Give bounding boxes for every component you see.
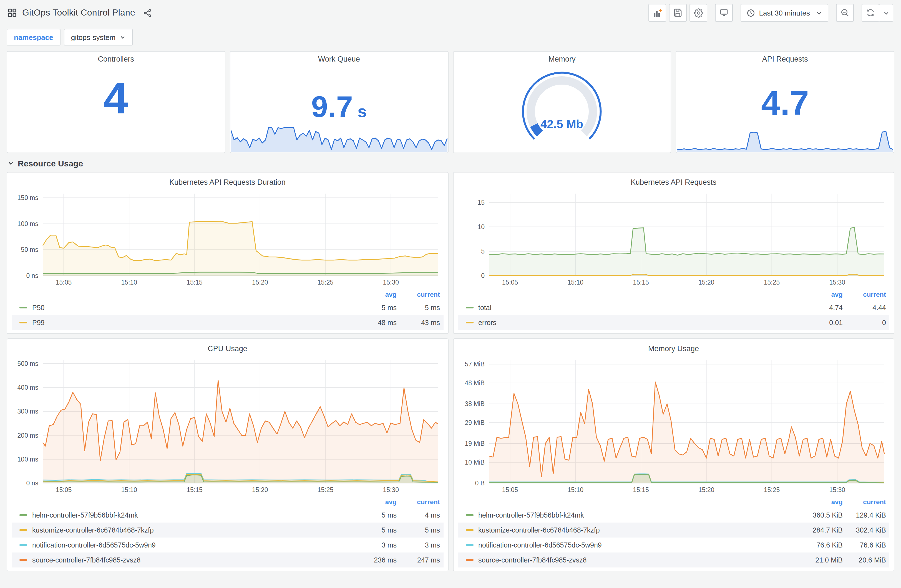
- legend: avgcurrenthelm-controller-57f9b56bbf-k24…: [458, 496, 889, 568]
- svg-text:0: 0: [481, 272, 484, 279]
- legend-sort-current[interactable]: current: [843, 291, 886, 299]
- series-color-marker[interactable]: [466, 322, 473, 324]
- series-label[interactable]: kustomize-controller-6c6784b468-7kzfp: [478, 526, 793, 534]
- legend-row: source-controller-7fb84fc985-zvsz821.0 M…: [458, 552, 889, 568]
- timeseries-plot[interactable]: 0 ns100 ms200 ms300 ms400 ms500 ms15:051…: [12, 356, 443, 495]
- timeseries-plot[interactable]: 0 ns50 ms100 ms150 ms15:0515:1015:1515:2…: [12, 189, 443, 288]
- panel-memory-usage: Memory Usage 0 B10 MiB19 MiB29 MiB38 MiB…: [453, 338, 894, 571]
- panel-api-requests: API Requests 4.7: [676, 51, 895, 153]
- panel-title[interactable]: CPU Usage: [12, 341, 443, 356]
- dashboard-settings-button[interactable]: [689, 4, 707, 22]
- svg-text:15:15: 15:15: [633, 486, 649, 493]
- series-color-marker[interactable]: [466, 514, 473, 516]
- timeseries-plot[interactable]: 0 B10 MiB19 MiB29 MiB38 MiB48 MiB57 MiB1…: [458, 356, 889, 495]
- svg-text:15:25: 15:25: [318, 486, 334, 493]
- panel-k8s-api-requests: Kubernetes API Requests 05101515:0515:10…: [453, 172, 894, 334]
- legend-row: helm-controller-57f9b56bbf-k24mk5 ms4 ms: [12, 507, 443, 523]
- series-avg-value: 3 ms: [347, 541, 397, 549]
- svg-text:15:10: 15:10: [121, 486, 137, 493]
- legend-sort-current[interactable]: current: [843, 498, 886, 506]
- svg-text:200 ms: 200 ms: [17, 432, 38, 439]
- panel-title[interactable]: Kubernetes API Requests Duration: [12, 175, 443, 189]
- series-label[interactable]: notification-controller-6d56575dc-5w9n9: [478, 541, 793, 549]
- series-label[interactable]: P50: [32, 304, 347, 311]
- svg-text:15:05: 15:05: [56, 279, 72, 286]
- series-color-marker[interactable]: [19, 514, 27, 516]
- series-current-value: 3 ms: [397, 541, 440, 549]
- svg-text:15:20: 15:20: [252, 279, 268, 286]
- svg-text:15:10: 15:10: [567, 486, 583, 493]
- series-label[interactable]: total: [478, 304, 793, 311]
- svg-text:15:05: 15:05: [502, 486, 518, 493]
- svg-text:15:25: 15:25: [764, 279, 780, 286]
- legend-row: kustomize-controller-6c6784b468-7kzfp284…: [458, 523, 889, 538]
- svg-text:150 ms: 150 ms: [17, 194, 38, 201]
- legend-row: notification-controller-6d56575dc-5w9n97…: [458, 538, 889, 552]
- svg-text:10 MiB: 10 MiB: [465, 459, 484, 466]
- save-dashboard-button[interactable]: [669, 4, 687, 22]
- api-requests-sparkline[interactable]: [677, 113, 893, 152]
- series-label[interactable]: notification-controller-6d56575dc-5w9n9: [32, 541, 347, 549]
- legend-sort-avg[interactable]: avg: [793, 498, 843, 506]
- legend-sort-current[interactable]: current: [397, 498, 440, 506]
- legend-header: avgcurrent: [458, 496, 889, 507]
- series-label[interactable]: helm-controller-57f9b56bbf-k24mk: [32, 511, 347, 519]
- svg-text:15:15: 15:15: [633, 279, 649, 286]
- series-avg-value: 76.6 KiB: [793, 541, 843, 549]
- legend-sort-current[interactable]: current: [397, 291, 440, 299]
- panel-cpu-usage: CPU Usage 0 ns100 ms200 ms300 ms400 ms50…: [7, 338, 448, 571]
- series-label[interactable]: source-controller-7fb84fc985-zvsz8: [32, 556, 347, 564]
- series-color-marker[interactable]: [466, 307, 473, 308]
- panel-title[interactable]: Controllers: [7, 51, 225, 66]
- series-color-marker[interactable]: [19, 322, 27, 324]
- series-color-marker[interactable]: [19, 307, 27, 308]
- series-current-value: 76.6 KiB: [843, 541, 886, 549]
- zoom-out-button[interactable]: [836, 4, 854, 22]
- panel-title[interactable]: Memory Usage: [458, 341, 889, 356]
- time-range-picker[interactable]: Last 30 minutes: [740, 4, 828, 22]
- timeseries-plot[interactable]: 05101515:0515:1015:1515:2015:2515:30: [458, 189, 889, 288]
- refresh-interval-dropdown[interactable]: [879, 4, 893, 22]
- svg-text:15:10: 15:10: [121, 279, 137, 286]
- row-toggle-resource-usage[interactable]: Resource Usage: [7, 154, 894, 172]
- refresh-button[interactable]: [862, 4, 879, 22]
- panel-title[interactable]: Memory: [453, 51, 671, 66]
- cycle-view-button[interactable]: [715, 4, 733, 22]
- panel-title[interactable]: API Requests: [677, 51, 894, 66]
- memory-gauge[interactable]: 42.5 Mb: [453, 67, 671, 145]
- svg-text:15:30: 15:30: [829, 279, 845, 286]
- legend-header: avgcurrent: [12, 289, 443, 300]
- svg-text:50 ms: 50 ms: [21, 246, 38, 253]
- legend-sort-avg[interactable]: avg: [793, 291, 843, 299]
- svg-text:15:30: 15:30: [383, 486, 399, 493]
- series-color-marker[interactable]: [466, 559, 473, 561]
- variable-namespace-select[interactable]: gitops-system: [64, 29, 132, 45]
- panel-title[interactable]: Work Queue: [231, 51, 448, 66]
- series-color-marker[interactable]: [466, 529, 473, 531]
- series-color-marker[interactable]: [466, 544, 473, 546]
- series-color-marker[interactable]: [19, 559, 27, 561]
- series-avg-value: 236 ms: [347, 556, 397, 564]
- apps-grid-icon[interactable]: [8, 8, 17, 17]
- series-label[interactable]: errors: [478, 319, 793, 327]
- legend-sort-avg[interactable]: avg: [347, 291, 397, 299]
- series-label[interactable]: P99: [32, 319, 347, 327]
- series-label[interactable]: helm-controller-57f9b56bbf-k24mk: [478, 511, 793, 519]
- work-queue-sparkline[interactable]: [231, 112, 447, 152]
- legend-sort-avg[interactable]: avg: [347, 498, 397, 506]
- chart-row-1: Kubernetes API Requests Duration 0 ns50 …: [7, 172, 894, 334]
- series-color-marker[interactable]: [19, 529, 27, 531]
- series-avg-value: 0.01: [793, 319, 843, 327]
- series-label[interactable]: source-controller-7fb84fc985-zvsz8: [478, 556, 793, 564]
- chart-row-2: CPU Usage 0 ns100 ms200 ms300 ms400 ms50…: [7, 338, 894, 571]
- series-avg-value: 5 ms: [347, 511, 397, 519]
- svg-text:15:25: 15:25: [764, 486, 780, 493]
- clock-icon: [747, 9, 755, 17]
- svg-text:15:20: 15:20: [252, 486, 268, 493]
- add-panel-button[interactable]: [648, 4, 666, 22]
- series-label[interactable]: kustomize-controller-6c6784b468-7kzfp: [32, 526, 347, 534]
- share-icon[interactable]: [143, 9, 151, 17]
- series-color-marker[interactable]: [19, 544, 27, 546]
- panel-title[interactable]: Kubernetes API Requests: [458, 175, 889, 189]
- series-current-value: 4 ms: [397, 511, 440, 519]
